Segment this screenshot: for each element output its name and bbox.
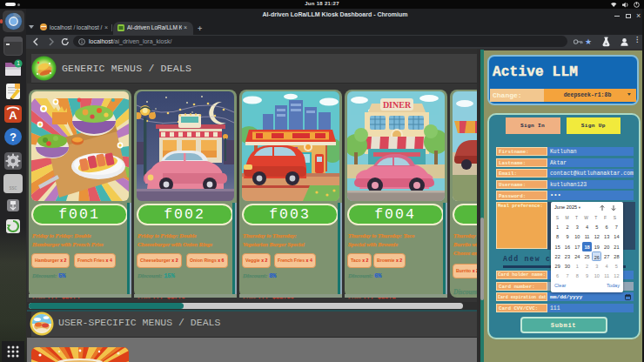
svg-text:?: ? [10,131,17,144]
svg-text:A: A [9,109,17,122]
svg-text:1: 1 [17,60,20,66]
svg-text:DINER: DINER [382,100,411,110]
